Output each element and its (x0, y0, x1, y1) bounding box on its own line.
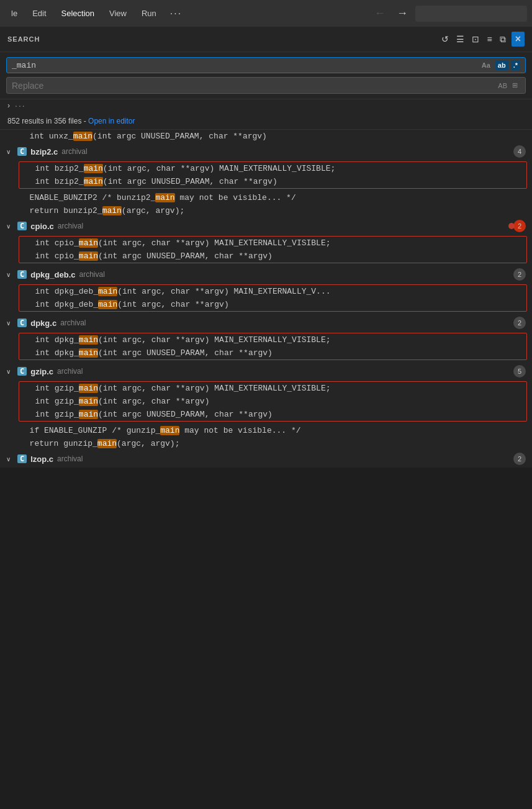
file-path-bzip2: archival (61, 147, 87, 156)
file-name-dpkg: dpkg.c (30, 319, 56, 328)
file-header-gzip[interactable]: ∨ C gzip.c archival 5 (0, 363, 532, 380)
result-dpkg-2[interactable]: int dpkg_main(int argc UNUSED_PARAM, cha… (19, 346, 526, 359)
menu-item-edit[interactable]: Edit (26, 6, 52, 20)
refresh-icon[interactable]: ↺ (440, 32, 451, 46)
nav-forward-icon[interactable]: → (393, 4, 412, 22)
file-name-cpio: cpio.c (30, 222, 54, 231)
result-dpkg-deb-1[interactable]: int dpkg_deb_main(int argc, char **argv)… (19, 285, 526, 298)
file-group-gzip: ∨ C gzip.c archival 5 int gzip_main(int … (0, 363, 532, 450)
result-bzip2-2[interactable]: int bzip2_main(int argc UNUSED_PARAM, ch… (19, 175, 526, 188)
group-results-gzip: int gzip_main(int argc, char **argv) MAI… (19, 381, 527, 422)
file-group-dpkg-deb: ∨ C dpkg_deb.c archival 2 int dpkg_deb_m… (0, 266, 532, 312)
file-type-icon: C (17, 367, 27, 376)
search-input-icons: Aa ab .* (479, 60, 520, 70)
expand-arrow-icon[interactable]: › (7, 101, 10, 110)
match-highlight: main (79, 238, 98, 248)
result-text: int unxz_main(int argc UNUSED_PARAM, cha… (20, 132, 267, 141)
file-header-dpkg[interactable]: ∨ C dpkg.c archival 2 (0, 314, 532, 332)
collapse-arrow-icon: ∨ (6, 223, 14, 230)
file-type-icon: C (17, 454, 27, 463)
group-results-dpkg: int dpkg_main(int argc, char **argv) MAI… (19, 333, 527, 360)
file-type-icon: C (17, 270, 27, 279)
group-results-bzip2: int bzip2_main(int argc, char **argv) MA… (19, 161, 527, 189)
menu-item-view[interactable]: View (103, 6, 133, 20)
file-path-gzip: archival (57, 367, 83, 376)
result-count-cpio: 2 (513, 220, 526, 232)
file-header-lzop[interactable]: ∨ C lzop.c archival 2 (0, 450, 532, 468)
filter-icon[interactable]: ☰ (454, 32, 466, 46)
match-word-btn[interactable]: ab (495, 60, 508, 70)
match-highlight: main (160, 426, 179, 435)
result-gzip-1[interactable]: int gzip_main(int argc, char **argv) MAI… (19, 382, 526, 395)
file-name-bzip2: bzip2.c (30, 147, 58, 156)
group-results-cpio: int cpio_main(int argc, char **argv) MAI… (19, 236, 527, 263)
replace-ab-btn[interactable]: AB (495, 81, 510, 91)
search-panel: SEARCH ↺ ☰ ⊡ ≡ ⧉ × Aa ab .* AB ⊞ › ··· 8 (0, 27, 532, 468)
result-count-dpkg-deb: 2 (513, 268, 526, 281)
menu-dots[interactable]: ··· (165, 6, 187, 22)
result-count-gzip: 5 (513, 365, 526, 377)
file-path-dpkg: archival (60, 319, 86, 327)
result-gzip-2[interactable]: int gzip_main(int argc, char **argv) (19, 395, 526, 408)
file-type-icon: C (17, 222, 27, 230)
menu-item-le[interactable]: le (5, 6, 24, 20)
match-highlight: main (97, 439, 117, 448)
file-header-dpkg-deb[interactable]: ∨ C dpkg_deb.c archival 2 (0, 266, 532, 283)
nav-back-icon[interactable]: ← (371, 4, 389, 22)
panel-title: SEARCH (7, 35, 436, 43)
replace-input[interactable] (12, 81, 495, 91)
standalone-gunzip-if[interactable]: if ENABLE_GUNZIP /* gunzip_main may not … (0, 424, 532, 437)
top-search-box[interactable] (415, 6, 527, 22)
standalone-bunzip2-return[interactable]: return bunzip2_main(argc, argv); (0, 204, 532, 217)
file-path-dpkg-deb: archival (79, 270, 104, 279)
use-regex-btn[interactable]: .* (511, 60, 520, 70)
result-cpio-2[interactable]: int cpio_main(int argc UNUSED_PARAM, cha… (19, 250, 526, 263)
file-group-bzip2: ∨ C bzip2.c archival 4 int bzip2_main(in… (0, 143, 532, 217)
file-name-dpkg-deb: dpkg_deb.c (30, 270, 75, 279)
match-highlight: main (79, 335, 98, 345)
collapse-arrow-icon: ∨ (6, 148, 14, 155)
open-in-editor-link[interactable]: Open in editor (88, 117, 135, 125)
result-count-lzop: 2 (513, 453, 526, 465)
result-cpio-1[interactable]: int cpio_main(int argc, char **argv) MAI… (19, 237, 526, 250)
result-bzip2-1[interactable]: int bzip2_main(int argc, char **argv) MA… (19, 162, 526, 175)
file-type-icon: C (17, 319, 27, 327)
file-header-bzip2[interactable]: ∨ C bzip2.c archival 4 (0, 143, 532, 160)
search-input-row: Aa ab .* (6, 57, 526, 73)
match-highlight: main (84, 164, 103, 173)
result-count-dpkg: 2 (513, 317, 526, 329)
file-group-cpio: ∨ C cpio.c archival 2 int cpio_main(int … (0, 217, 532, 263)
result-gzip-3[interactable]: int gzip_main(int argc UNUSED_PARAM, cha… (19, 408, 526, 421)
search-input[interactable] (12, 61, 479, 70)
match-case-btn[interactable]: Aa (479, 60, 493, 70)
match-highlight: main (98, 300, 117, 309)
new-search-icon[interactable]: ⊡ (470, 32, 481, 46)
results-list: int unxz_main(int argc UNUSED_PARAM, cha… (0, 130, 532, 468)
standalone-result-unxz[interactable]: int unxz_main(int argc UNUSED_PARAM, cha… (0, 130, 532, 143)
results-summary: 852 results in 356 files - Open in edito… (0, 113, 532, 130)
results-count-text: 852 results in 356 files (7, 117, 81, 125)
file-name-gzip: gzip.c (30, 367, 53, 376)
replace-preserve-btn[interactable]: ⊞ (510, 80, 520, 91)
result-count-bzip2: 4 (513, 145, 526, 158)
menu-item-run[interactable]: Run (135, 6, 163, 20)
match-highlight: main (84, 177, 103, 186)
result-dpkg-deb-2[interactable]: int dpkg_deb_main(int argc, char **argv) (19, 298, 526, 311)
file-header-cpio[interactable]: ∨ C cpio.c archival 2 (0, 217, 532, 235)
match-highlight: main (102, 206, 122, 215)
results-dash: - (84, 117, 88, 125)
nav-arrows: ← → (371, 4, 527, 22)
file-group-dpkg: ∨ C dpkg.c archival 2 int dpkg_main(int … (0, 314, 532, 360)
collapse-arrow-icon: ∨ (6, 271, 14, 278)
more-options-dots[interactable]: ··· (15, 101, 26, 111)
copy-results-icon[interactable]: ⧉ (498, 32, 508, 47)
menu-item-selection[interactable]: Selection (55, 6, 101, 20)
match-highlight: main (155, 193, 174, 202)
search-panel-header: SEARCH ↺ ☰ ⊡ ≡ ⧉ × (0, 27, 532, 52)
standalone-bunzip2-enable[interactable]: ENABLE_BUNZIP2 /* bunzip2_main may not b… (0, 191, 532, 204)
list-icon[interactable]: ≡ (485, 32, 494, 46)
close-panel-icon[interactable]: × (512, 32, 525, 47)
standalone-gunzip-return[interactable]: return gunzip_main(argc, argv); (0, 437, 532, 450)
search-input-area: Aa ab .* AB ⊞ (0, 52, 532, 99)
result-dpkg-1[interactable]: int dpkg_main(int argc, char **argv) MAI… (19, 333, 526, 346)
